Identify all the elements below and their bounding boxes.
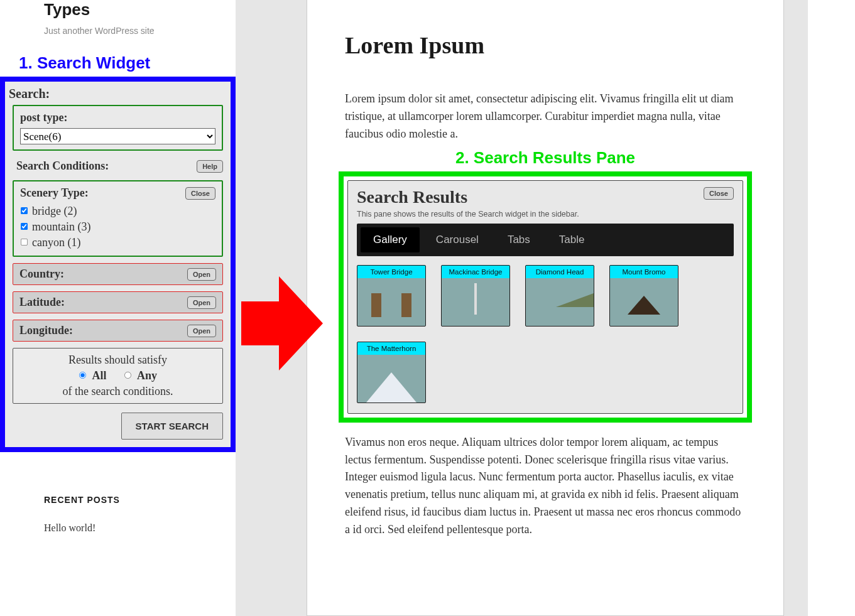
gallery-item[interactable]: Mackinac Bridge	[441, 265, 510, 327]
search-widget: Search: post type: Scene(6) Search Condi…	[0, 77, 236, 452]
satisfy-line1: Results should satisfy	[19, 354, 216, 367]
article-p1: Lorem ipsum dolor sit amet, consectetur …	[345, 90, 746, 143]
scenery-title: Scenery Type:	[20, 186, 89, 200]
article-title: Lorem Ipsum	[345, 31, 746, 59]
scenery-option[interactable]: canyon (1)	[20, 235, 215, 251]
scenery-checkbox[interactable]	[21, 223, 28, 230]
article-p2: Vivamus non eros neque. Aliquam ultrices…	[345, 434, 746, 539]
post-type-select[interactable]: Scene(6)	[20, 128, 215, 144]
gallery-caption: The Matterhorn	[357, 342, 425, 355]
satisfy-any-radio[interactable]	[124, 372, 131, 379]
site-tagline: Just another WordPress site	[0, 19, 236, 42]
satisfy-all-label[interactable]: All	[79, 369, 109, 382]
right-background-strip	[808, 0, 855, 616]
gallery-thumbnail	[357, 355, 425, 403]
gallery-thumbnail	[610, 278, 678, 326]
tab-tabs[interactable]: Tabs	[495, 227, 543, 252]
longitude-title: Longitude:	[19, 324, 73, 337]
country-box: Country: Open	[13, 263, 223, 285]
recent-posts-header: RECENT POSTS	[44, 495, 236, 505]
latitude-box: Latitude: Open	[13, 291, 223, 313]
gallery-item[interactable]: Tower Bridge	[357, 265, 426, 327]
tab-gallery[interactable]: Gallery	[361, 227, 420, 252]
gallery-thumbnail	[526, 278, 594, 326]
results-gallery: Tower BridgeMackinac BridgeDiamond HeadM…	[357, 265, 734, 403]
longitude-open-button[interactable]: Open	[187, 325, 216, 337]
annotation-results: 2. Search Results Pane	[339, 148, 752, 168]
results-title: Search Results	[357, 187, 467, 207]
satisfy-any-label[interactable]: Any	[124, 369, 158, 382]
annotation-widget: 1. Search Widget	[0, 53, 236, 73]
gallery-caption: Diamond Head	[526, 266, 594, 278]
post-type-label: post type:	[20, 111, 68, 124]
results-pane: Search Results Close This pane shows the…	[347, 180, 743, 414]
scenery-box: Scenery Type: Close bridge (2)mountain (…	[13, 180, 223, 257]
site-title: Types	[0, 0, 236, 19]
gallery-item[interactable]: The Matterhorn	[357, 342, 426, 403]
satisfy-line2: of the search conditions.	[19, 385, 216, 398]
tab-carousel[interactable]: Carousel	[423, 227, 491, 252]
latitude-open-button[interactable]: Open	[187, 296, 216, 309]
tab-table[interactable]: Table	[547, 227, 597, 252]
country-open-button[interactable]: Open	[187, 268, 216, 281]
satisfy-box: Results should satisfy All Any of the se…	[13, 348, 223, 404]
scenery-checkbox[interactable]	[21, 207, 28, 214]
latitude-title: Latitude:	[19, 296, 65, 309]
satisfy-all-radio[interactable]	[79, 372, 86, 379]
recent-post-link[interactable]: Hello world!	[44, 505, 236, 534]
gallery-caption: Tower Bridge	[357, 266, 425, 278]
scenery-option[interactable]: mountain (3)	[20, 219, 215, 235]
longitude-box: Longitude: Open	[13, 320, 223, 342]
scenery-close-button[interactable]: Close	[185, 187, 215, 200]
conditions-label: Search Conditions:	[16, 159, 109, 173]
results-subtitle: This pane shows the results of the Searc…	[357, 207, 734, 224]
gallery-item[interactable]: Diamond Head	[525, 265, 594, 327]
results-close-button[interactable]: Close	[704, 187, 734, 200]
results-pane-highlight: Search Results Close This pane shows the…	[339, 171, 752, 423]
start-search-button[interactable]: START SEARCH	[121, 413, 223, 440]
results-tabs: GalleryCarouselTabsTable	[357, 224, 734, 256]
scenery-option[interactable]: bridge (2)	[20, 203, 215, 219]
gallery-thumbnail	[442, 278, 509, 326]
gallery-item[interactable]: Mount Bromo	[609, 265, 678, 327]
country-title: Country:	[19, 267, 64, 281]
scenery-checkbox[interactable]	[21, 239, 28, 246]
post-type-box: post type: Scene(6)	[13, 105, 223, 151]
gallery-caption: Mount Bromo	[610, 266, 678, 278]
gallery-thumbnail	[357, 278, 425, 326]
gallery-caption: Mackinac Bridge	[442, 266, 509, 278]
search-header: Search:	[5, 82, 231, 105]
help-button[interactable]: Help	[197, 160, 223, 173]
